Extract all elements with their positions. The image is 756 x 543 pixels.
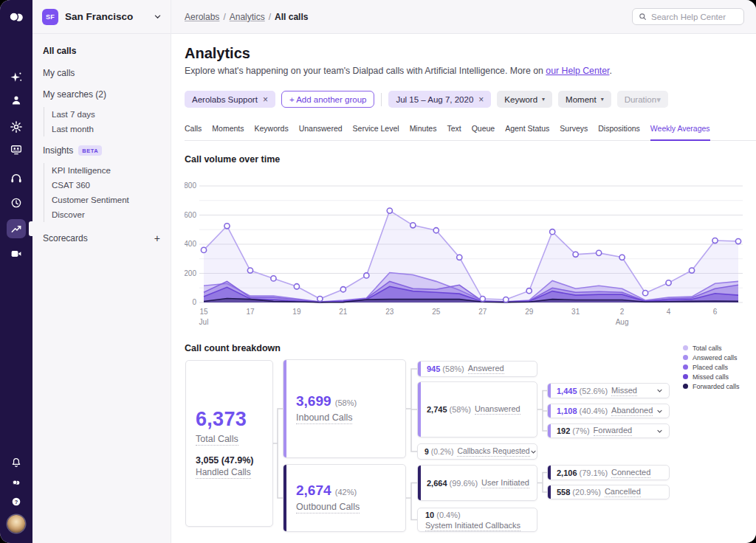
saved-search-0[interactable]: Last 7 days [52, 107, 160, 122]
svg-text:Jul: Jul [199, 318, 209, 326]
add-group-button[interactable]: + Add another group [281, 91, 375, 108]
sidebar-item-my-searches[interactable]: My searches (2) [43, 89, 160, 100]
legend-dot-icon [683, 345, 688, 350]
outbound-label[interactable]: Outbound Calls [296, 502, 360, 513]
insights-item-3[interactable]: Discover [52, 207, 160, 222]
handled-calls-label[interactable]: Handled Calls [196, 467, 251, 479]
workspace-name: San Francisco [65, 11, 147, 22]
my-searches-sublist: Last 7 daysLast month [44, 107, 160, 136]
inbound-accent-bar [284, 360, 286, 457]
saved-search-1[interactable]: Last month [52, 122, 160, 136]
answered-box: 945(58%)Answered [417, 361, 537, 377]
settings-gear-icon[interactable] [10, 120, 23, 134]
help-center-link[interactable]: our Help Center [546, 66, 609, 76]
user-avatar[interactable] [7, 515, 25, 533]
user-initiated-box: 2,664(99.6%)User Initiated [417, 465, 537, 501]
headset-icon[interactable] [10, 172, 23, 185]
chevron-down-icon: ▾ [656, 94, 661, 105]
tab-weekly-averages[interactable]: Weekly Averages [650, 124, 710, 141]
dialpad-logo-icon[interactable] [7, 8, 25, 26]
abandoned-label[interactable]: Abandoned [611, 406, 653, 416]
tab-unanswered[interactable]: Unanswered [299, 124, 343, 140]
chevron-down-icon [154, 13, 162, 21]
sidebar-item-all-calls[interactable]: All calls [43, 46, 160, 56]
tab-calls[interactable]: Calls [185, 124, 202, 140]
chevron-down-icon[interactable] [530, 449, 537, 455]
missed-label[interactable]: Missed [611, 386, 637, 396]
breadcrumb-aerolabs[interactable]: Aerolabs [185, 12, 219, 22]
meetings-icon[interactable] [10, 143, 23, 156]
unanswered-accent-bar [418, 382, 421, 437]
svg-text:400: 400 [185, 240, 196, 248]
tab-surveys[interactable]: Surveys [560, 124, 588, 140]
notifications-bell-icon[interactable] [10, 457, 23, 469]
inbound-value: 3,699 [296, 393, 331, 409]
inbound-label[interactable]: Inbound Calls [296, 412, 352, 424]
keyword-filter-dropdown[interactable]: Keyword▾ [497, 91, 552, 108]
sidebar-item-insights[interactable]: Insights [43, 145, 73, 156]
date-filter-chip[interactable]: Jul 15 – Aug 7, 2020× [388, 91, 491, 108]
help-icon[interactable]: ? [10, 496, 22, 508]
help-search-box[interactable] [632, 8, 744, 25]
page-title: Analytics [185, 45, 250, 62]
tab-text[interactable]: Text [447, 124, 461, 140]
total-calls-label[interactable]: Total Calls [196, 434, 238, 446]
ai-sparkle-icon[interactable] [9, 70, 24, 85]
video-icon[interactable] [10, 248, 23, 260]
breadcrumb: Aerolabs/Analytics/All calls [185, 12, 308, 22]
user-initiated-label[interactable]: User Initiated [481, 478, 529, 488]
analytics-active-notch [29, 221, 32, 236]
tab-keywords[interactable]: Keywords [255, 124, 289, 140]
workspace-switcher[interactable]: SF San Francisco [32, 0, 171, 34]
call-volume-chart: 0200400600800151719212325272931246JulAug [185, 177, 756, 335]
callbacks-requested-label[interactable]: Callbacks Requested [457, 447, 529, 457]
connected-label[interactable]: Connected [611, 468, 650, 478]
remove-date-icon[interactable]: × [478, 95, 484, 104]
insights-sublist: KPI IntelligenceCSAT 360Customer Sentime… [44, 163, 160, 222]
insights-item-0[interactable]: KPI Intelligence [52, 163, 160, 178]
analytics-content: Analytics Explore what's happening on yo… [171, 34, 756, 543]
analytics-icon[interactable] [10, 223, 22, 235]
forwarded-label[interactable]: Forwarded [594, 426, 633, 436]
tab-dispositions[interactable]: Dispositions [598, 124, 640, 140]
tab-service-level[interactable]: Service Level [353, 124, 399, 140]
outbound-calls-box: 2,674 (42%) Outbound Calls [283, 464, 406, 532]
svg-text:25: 25 [432, 308, 441, 316]
insights-item-1[interactable]: CSAT 360 [52, 178, 160, 193]
chevron-down-icon[interactable] [656, 387, 663, 394]
answered-label[interactable]: Answered [468, 364, 504, 374]
sidebar-item-my-calls[interactable]: My calls [43, 68, 160, 78]
chevron-down-icon: ▾ [542, 96, 545, 103]
filter-bar: Aerolabs Support× + Add another group Ju… [185, 91, 668, 108]
svg-text:29: 29 [525, 308, 534, 316]
chevron-down-icon[interactable] [656, 428, 663, 435]
main-panel: Aerolabs/Analytics/All calls Analytics E… [171, 0, 756, 543]
cancelled-accent-bar [548, 485, 551, 499]
add-scorecard-button[interactable]: + [154, 232, 160, 244]
forwarded-accent-bar [548, 424, 551, 437]
moment-filter-dropdown[interactable]: Moment▾ [558, 91, 611, 108]
call-count-diagram: 6,373 Total Calls 3,055 (47.9%) Handled … [185, 354, 756, 543]
breadcrumb-current: All calls [275, 12, 308, 22]
help-search-input[interactable] [651, 13, 738, 21]
duration-filter-dropdown[interactable]: Duration▾ [617, 91, 668, 108]
inbound-calls-box: 3,699 (58%) Inbound Calls [283, 359, 406, 458]
sidebar-item-scorecards[interactable]: Scorecards [43, 233, 88, 243]
system-initiated-label[interactable]: System Initiated Callbacks [425, 521, 520, 531]
remove-group-icon[interactable]: × [263, 95, 268, 104]
outbound-accent-bar [284, 465, 286, 531]
tab-agent-status[interactable]: Agent Status [505, 124, 549, 140]
workspace-badge: SF [42, 9, 58, 25]
contacts-icon[interactable] [10, 94, 23, 107]
insights-item-2[interactable]: Customer Sentiment [52, 193, 160, 207]
chevron-down-icon[interactable] [656, 408, 663, 415]
tab-minutes[interactable]: Minutes [410, 124, 437, 140]
history-icon[interactable] [10, 196, 23, 210]
breadcrumb-analytics[interactable]: Analytics [230, 12, 265, 22]
cancelled-label[interactable]: Cancelled [605, 487, 641, 497]
tab-queue[interactable]: Queue [472, 124, 495, 140]
group-filter-chip[interactable]: Aerolabs Support× [185, 91, 275, 108]
dialpad-mini-logo-icon[interactable] [11, 477, 22, 488]
unanswered-label[interactable]: Unanswered [475, 404, 520, 415]
tab-moments[interactable]: Moments [212, 124, 244, 140]
